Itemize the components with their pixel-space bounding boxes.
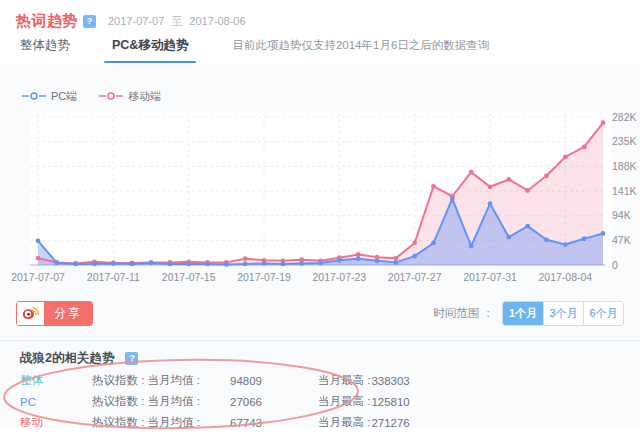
time-range-group: 时间范围 ： 1个月 3个月 6个月 — [433, 301, 624, 326]
svg-text:2017-07-27: 2017-07-27 — [388, 271, 442, 283]
page: 热词趋势 ? 2017-07-07 至 2017-08-06 整体趋势 PC&移… — [0, 0, 640, 436]
svg-text:0: 0 — [612, 259, 618, 271]
tab-note: 目前此项趋势仅支持2014年1月6日之后的数据查询 — [232, 38, 489, 63]
svg-text:2017-07-31: 2017-07-31 — [463, 271, 517, 283]
metric-label: 热议指数 : 当月均值 : — [92, 415, 230, 430]
related-trends-section: 战狼2的相关趋势 ? 整体 热议指数 : 当月均值 : 94809 当月最高 :… — [0, 340, 640, 428]
svg-text:2017-08-04: 2017-08-04 — [538, 271, 592, 283]
monthly-high-label: 当月最高 : — [318, 373, 370, 388]
svg-text:2017-07-23: 2017-07-23 — [312, 271, 366, 283]
related-trends-table: 整体 热议指数 : 当月均值 : 94809 当月最高 : 338303 PC … — [20, 370, 640, 433]
row-label-overall[interactable]: 整体 — [20, 373, 92, 388]
weibo-eye-icon — [17, 302, 44, 325]
svg-text:141K: 141K — [612, 185, 637, 197]
table-row-mobile: 移动 热议指数 : 当月均值 : 67743 当月最高 : 271276 — [20, 412, 640, 433]
metric-label: 热议指数 : 当月均值 : — [92, 394, 230, 409]
svg-text:2017-07-07: 2017-07-07 — [11, 271, 65, 283]
monthly-average-value: 94809 — [230, 375, 286, 387]
legend-marker-mobile-icon — [99, 92, 123, 100]
metric-label: 热议指数 : 当月均值 : — [92, 373, 230, 388]
legend-marker-pc-icon — [22, 92, 46, 100]
date-range: 2017-07-07 至 2017-08-06 — [108, 14, 246, 29]
legend-label-mobile: 移动端 — [128, 89, 161, 104]
row-label-mobile[interactable]: 移动 — [20, 415, 92, 430]
tab-pc-mobile-trend[interactable]: PC&移动趋势 — [108, 37, 192, 63]
date-start[interactable]: 2017-07-07 — [108, 15, 164, 27]
related-trends-header: 战狼2的相关趋势 ? — [20, 349, 640, 367]
svg-text:47K: 47K — [612, 234, 631, 246]
table-row-overall: 整体 热议指数 : 当月均值 : 94809 当月最高 : 338303 — [20, 370, 640, 391]
tab-overall-trend[interactable]: 整体趋势 — [16, 37, 74, 63]
row-label-pc[interactable]: PC — [20, 396, 92, 408]
range-button-3month[interactable]: 3个月 — [543, 302, 583, 325]
date-separator: 至 — [171, 14, 182, 29]
share-button-label: 分享 — [44, 302, 92, 325]
weibo-share-button[interactable]: 分享 — [16, 301, 93, 326]
related-help-icon[interactable]: ? — [125, 352, 138, 365]
header: 热词趋势 ? 2017-07-07 至 2017-08-06 — [0, 0, 640, 32]
legend-item-pc[interactable]: PC端 — [22, 89, 77, 104]
monthly-high-value: 125810 — [371, 396, 409, 408]
range-button-6month[interactable]: 6个月 — [583, 302, 623, 325]
range-button-1month[interactable]: 1个月 — [503, 302, 543, 325]
related-trends-title: 战狼2的相关趋势 — [20, 350, 114, 367]
svg-text:235K: 235K — [612, 135, 637, 147]
date-end[interactable]: 2017-08-06 — [189, 15, 245, 27]
chart-section: PC端 移动端 047K94K141K188K235K282K2017-07-0… — [0, 63, 640, 428]
svg-text:2017-07-15: 2017-07-15 — [162, 271, 216, 283]
tab-bar: 整体趋势 PC&移动趋势 目前此项趋势仅支持2014年1月6日之后的数据查询 — [0, 34, 640, 64]
monthly-high-value: 338303 — [371, 375, 409, 387]
time-range-label: 时间范围 ： — [433, 306, 494, 321]
trend-chart-svg: 047K94K141K188K235K282K2017-07-072017-07… — [0, 105, 640, 295]
time-range-buttons: 1个月 3个月 6个月 — [502, 301, 624, 326]
monthly-high-label: 当月最高 : — [318, 415, 370, 430]
monthly-high-value: 271276 — [371, 417, 409, 429]
svg-text:2017-07-19: 2017-07-19 — [237, 271, 291, 283]
chart-toolbar: 分享 时间范围 ： 1个月 3个月 6个月 — [0, 296, 640, 330]
svg-text:282K: 282K — [612, 111, 637, 123]
svg-text:188K: 188K — [612, 160, 637, 172]
monthly-average-value: 27066 — [230, 396, 286, 408]
monthly-average-value: 67743 — [230, 417, 286, 429]
trend-chart[interactable]: 047K94K141K188K235K282K2017-07-072017-07… — [0, 105, 640, 295]
legend-label-pc: PC端 — [51, 89, 77, 104]
page-title: 热词趋势 — [16, 12, 78, 31]
table-row-pc: PC 热议指数 : 当月均值 : 27066 当月最高 : 125810 — [20, 391, 640, 412]
help-icon[interactable]: ? — [83, 15, 96, 28]
svg-text:2017-07-11: 2017-07-11 — [87, 271, 140, 283]
chart-legend: PC端 移动端 — [0, 63, 640, 103]
svg-text:94K: 94K — [612, 209, 631, 221]
legend-item-mobile[interactable]: 移动端 — [99, 89, 161, 104]
monthly-high-label: 当月最高 : — [318, 394, 370, 409]
